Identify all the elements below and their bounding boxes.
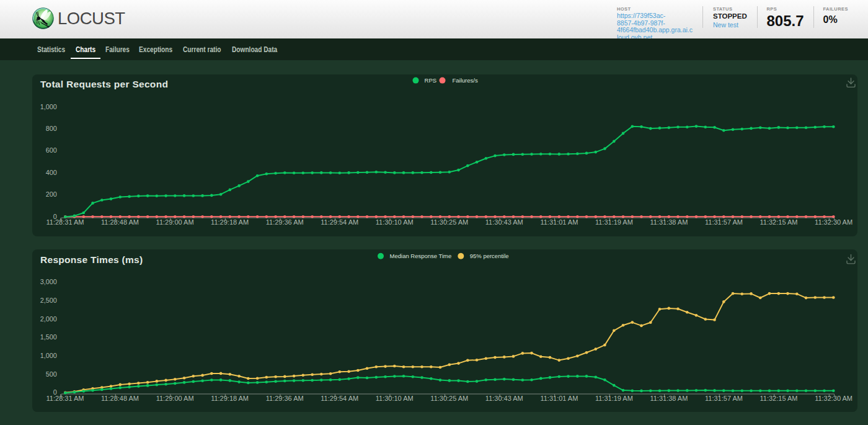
svg-text:11:29:18 AM: 11:29:18 AM	[211, 218, 249, 226]
svg-text:2,500: 2,500	[40, 297, 57, 304]
svg-text:11:31:19 AM: 11:31:19 AM	[595, 218, 633, 226]
svg-text:11:32:30 AM: 11:32:30 AM	[815, 395, 852, 402]
svg-text:11:32:15 AM: 11:32:15 AM	[760, 395, 798, 402]
svg-text:200: 200	[46, 190, 57, 198]
svg-text:95% percentile: 95% percentile	[470, 253, 509, 259]
svg-text:11:30:10 AM: 11:30:10 AM	[376, 218, 414, 226]
svg-text:11:29:00 AM: 11:29:00 AM	[156, 218, 194, 226]
svg-text:11:32:15 AM: 11:32:15 AM	[760, 218, 798, 226]
svg-text:2,000: 2,000	[40, 315, 57, 323]
svg-text:1,000: 1,000	[40, 102, 57, 110]
svg-text:11:30:43 AM: 11:30:43 AM	[485, 395, 523, 402]
svg-text:11:29:54 AM: 11:29:54 AM	[321, 395, 358, 402]
svg-text:11:30:43 AM: 11:30:43 AM	[485, 218, 523, 226]
svg-text:11:30:25 AM: 11:30:25 AM	[430, 218, 468, 226]
svg-text:Median Response Time: Median Response Time	[390, 253, 452, 259]
svg-text:11:29:54 AM: 11:29:54 AM	[321, 218, 358, 226]
svg-text:11:31:57 AM: 11:31:57 AM	[705, 395, 743, 402]
svg-text:11:28:31 AM: 11:28:31 AM	[46, 218, 84, 226]
svg-text:11:29:36 AM: 11:29:36 AM	[266, 395, 304, 402]
svg-text:11:30:25 AM: 11:30:25 AM	[430, 395, 468, 402]
svg-text:11:28:48 AM: 11:28:48 AM	[101, 395, 139, 402]
svg-text:Response Times (ms): Response Times (ms)	[40, 254, 143, 265]
svg-text:600: 600	[46, 146, 57, 154]
svg-text:11:30:10 AM: 11:30:10 AM	[376, 395, 414, 402]
svg-text:Total Requests per Second: Total Requests per Second	[40, 78, 168, 89]
svg-text:RPS: RPS	[425, 77, 437, 84]
svg-text:800: 800	[46, 124, 57, 132]
svg-text:11:31:38 AM: 11:31:38 AM	[650, 218, 688, 226]
svg-text:11:28:31 AM: 11:28:31 AM	[46, 395, 84, 402]
svg-text:11:31:19 AM: 11:31:19 AM	[595, 395, 633, 402]
svg-text:1,500: 1,500	[40, 334, 57, 341]
svg-text:11:32:30 AM: 11:32:30 AM	[815, 218, 852, 226]
svg-text:11:31:01 AM: 11:31:01 AM	[540, 218, 578, 226]
svg-text:11:29:36 AM: 11:29:36 AM	[266, 218, 304, 226]
svg-text:Failures/s: Failures/s	[453, 77, 478, 84]
svg-text:11:29:00 AM: 11:29:00 AM	[156, 395, 194, 402]
svg-text:11:28:48 AM: 11:28:48 AM	[101, 218, 139, 226]
svg-text:11:31:38 AM: 11:31:38 AM	[650, 395, 688, 402]
svg-text:3,000: 3,000	[40, 279, 57, 286]
svg-text:11:31:57 AM: 11:31:57 AM	[705, 218, 743, 226]
svg-text:11:29:18 AM: 11:29:18 AM	[211, 395, 249, 402]
svg-text:11:31:01 AM: 11:31:01 AM	[540, 395, 578, 402]
svg-text:500: 500	[46, 370, 57, 378]
svg-text:1,000: 1,000	[40, 352, 57, 359]
svg-text:400: 400	[46, 168, 57, 176]
